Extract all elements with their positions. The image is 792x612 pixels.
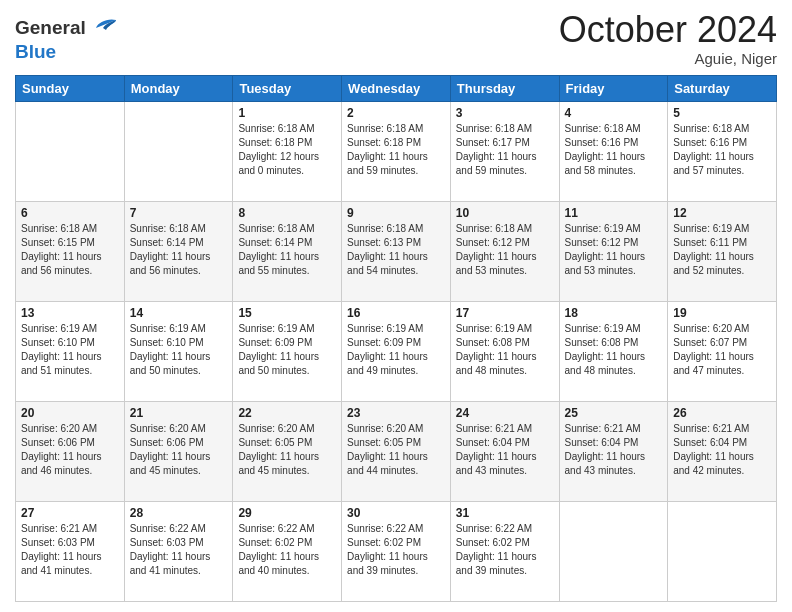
calendar-cell: 22Sunrise: 6:20 AM Sunset: 6:05 PM Dayli… — [233, 401, 342, 501]
week-row-3: 13Sunrise: 6:19 AM Sunset: 6:10 PM Dayli… — [16, 301, 777, 401]
day-number: 14 — [130, 306, 228, 320]
day-info: Sunrise: 6:20 AM Sunset: 6:07 PM Dayligh… — [673, 322, 771, 378]
calendar-cell: 6Sunrise: 6:18 AM Sunset: 6:15 PM Daylig… — [16, 201, 125, 301]
calendar-cell: 9Sunrise: 6:18 AM Sunset: 6:13 PM Daylig… — [342, 201, 451, 301]
weekday-header-monday: Monday — [124, 75, 233, 101]
calendar-cell: 29Sunrise: 6:22 AM Sunset: 6:02 PM Dayli… — [233, 501, 342, 601]
week-row-1: 1Sunrise: 6:18 AM Sunset: 6:18 PM Daylig… — [16, 101, 777, 201]
day-number: 1 — [238, 106, 336, 120]
page: General Blue October 2024 Aguie, Niger S… — [0, 0, 792, 612]
day-number: 10 — [456, 206, 554, 220]
day-number: 5 — [673, 106, 771, 120]
day-number: 15 — [238, 306, 336, 320]
calendar-cell: 5Sunrise: 6:18 AM Sunset: 6:16 PM Daylig… — [668, 101, 777, 201]
day-info: Sunrise: 6:21 AM Sunset: 6:04 PM Dayligh… — [565, 422, 663, 478]
day-number: 28 — [130, 506, 228, 520]
calendar-cell: 13Sunrise: 6:19 AM Sunset: 6:10 PM Dayli… — [16, 301, 125, 401]
calendar-cell: 16Sunrise: 6:19 AM Sunset: 6:09 PM Dayli… — [342, 301, 451, 401]
day-number: 12 — [673, 206, 771, 220]
day-info: Sunrise: 6:19 AM Sunset: 6:10 PM Dayligh… — [21, 322, 119, 378]
weekday-header-row: SundayMondayTuesdayWednesdayThursdayFrid… — [16, 75, 777, 101]
day-info: Sunrise: 6:19 AM Sunset: 6:09 PM Dayligh… — [238, 322, 336, 378]
day-number: 3 — [456, 106, 554, 120]
day-info: Sunrise: 6:18 AM Sunset: 6:13 PM Dayligh… — [347, 222, 445, 278]
calendar-cell: 11Sunrise: 6:19 AM Sunset: 6:12 PM Dayli… — [559, 201, 668, 301]
day-info: Sunrise: 6:18 AM Sunset: 6:12 PM Dayligh… — [456, 222, 554, 278]
day-number: 23 — [347, 406, 445, 420]
calendar-cell — [668, 501, 777, 601]
day-info: Sunrise: 6:21 AM Sunset: 6:03 PM Dayligh… — [21, 522, 119, 578]
day-number: 22 — [238, 406, 336, 420]
calendar-cell: 26Sunrise: 6:21 AM Sunset: 6:04 PM Dayli… — [668, 401, 777, 501]
calendar-cell: 20Sunrise: 6:20 AM Sunset: 6:06 PM Dayli… — [16, 401, 125, 501]
calendar-cell: 19Sunrise: 6:20 AM Sunset: 6:07 PM Dayli… — [668, 301, 777, 401]
calendar-cell: 8Sunrise: 6:18 AM Sunset: 6:14 PM Daylig… — [233, 201, 342, 301]
day-info: Sunrise: 6:20 AM Sunset: 6:05 PM Dayligh… — [347, 422, 445, 478]
day-number: 11 — [565, 206, 663, 220]
day-info: Sunrise: 6:22 AM Sunset: 6:02 PM Dayligh… — [456, 522, 554, 578]
day-info: Sunrise: 6:20 AM Sunset: 6:06 PM Dayligh… — [21, 422, 119, 478]
week-row-2: 6Sunrise: 6:18 AM Sunset: 6:15 PM Daylig… — [16, 201, 777, 301]
day-number: 21 — [130, 406, 228, 420]
calendar-cell: 30Sunrise: 6:22 AM Sunset: 6:02 PM Dayli… — [342, 501, 451, 601]
calendar-cell: 3Sunrise: 6:18 AM Sunset: 6:17 PM Daylig… — [450, 101, 559, 201]
day-info: Sunrise: 6:18 AM Sunset: 6:16 PM Dayligh… — [673, 122, 771, 178]
calendar-cell — [559, 501, 668, 601]
day-info: Sunrise: 6:18 AM Sunset: 6:14 PM Dayligh… — [238, 222, 336, 278]
weekday-header-saturday: Saturday — [668, 75, 777, 101]
day-info: Sunrise: 6:18 AM Sunset: 6:18 PM Dayligh… — [238, 122, 336, 178]
calendar-cell: 28Sunrise: 6:22 AM Sunset: 6:03 PM Dayli… — [124, 501, 233, 601]
day-number: 29 — [238, 506, 336, 520]
calendar-cell — [16, 101, 125, 201]
day-number: 24 — [456, 406, 554, 420]
day-info: Sunrise: 6:20 AM Sunset: 6:05 PM Dayligh… — [238, 422, 336, 478]
month-title: October 2024 — [559, 10, 777, 50]
calendar-cell: 17Sunrise: 6:19 AM Sunset: 6:08 PM Dayli… — [450, 301, 559, 401]
day-number: 30 — [347, 506, 445, 520]
calendar-cell: 15Sunrise: 6:19 AM Sunset: 6:09 PM Dayli… — [233, 301, 342, 401]
day-info: Sunrise: 6:18 AM Sunset: 6:18 PM Dayligh… — [347, 122, 445, 178]
calendar-cell: 2Sunrise: 6:18 AM Sunset: 6:18 PM Daylig… — [342, 101, 451, 201]
weekday-header-tuesday: Tuesday — [233, 75, 342, 101]
day-number: 7 — [130, 206, 228, 220]
day-info: Sunrise: 6:18 AM Sunset: 6:16 PM Dayligh… — [565, 122, 663, 178]
weekday-header-thursday: Thursday — [450, 75, 559, 101]
day-info: Sunrise: 6:21 AM Sunset: 6:04 PM Dayligh… — [673, 422, 771, 478]
day-info: Sunrise: 6:19 AM Sunset: 6:12 PM Dayligh… — [565, 222, 663, 278]
day-info: Sunrise: 6:19 AM Sunset: 6:11 PM Dayligh… — [673, 222, 771, 278]
week-row-5: 27Sunrise: 6:21 AM Sunset: 6:03 PM Dayli… — [16, 501, 777, 601]
day-number: 9 — [347, 206, 445, 220]
day-info: Sunrise: 6:19 AM Sunset: 6:08 PM Dayligh… — [456, 322, 554, 378]
calendar-table: SundayMondayTuesdayWednesdayThursdayFrid… — [15, 75, 777, 602]
calendar-cell: 12Sunrise: 6:19 AM Sunset: 6:11 PM Dayli… — [668, 201, 777, 301]
day-info: Sunrise: 6:21 AM Sunset: 6:04 PM Dayligh… — [456, 422, 554, 478]
calendar-cell: 25Sunrise: 6:21 AM Sunset: 6:04 PM Dayli… — [559, 401, 668, 501]
calendar-cell: 7Sunrise: 6:18 AM Sunset: 6:14 PM Daylig… — [124, 201, 233, 301]
calendar-cell: 4Sunrise: 6:18 AM Sunset: 6:16 PM Daylig… — [559, 101, 668, 201]
day-info: Sunrise: 6:20 AM Sunset: 6:06 PM Dayligh… — [130, 422, 228, 478]
day-number: 26 — [673, 406, 771, 420]
day-number: 19 — [673, 306, 771, 320]
day-info: Sunrise: 6:22 AM Sunset: 6:02 PM Dayligh… — [347, 522, 445, 578]
week-row-4: 20Sunrise: 6:20 AM Sunset: 6:06 PM Dayli… — [16, 401, 777, 501]
day-number: 4 — [565, 106, 663, 120]
day-info: Sunrise: 6:22 AM Sunset: 6:03 PM Dayligh… — [130, 522, 228, 578]
day-number: 27 — [21, 506, 119, 520]
day-number: 13 — [21, 306, 119, 320]
logo-blue: Blue — [15, 42, 118, 63]
calendar-cell: 1Sunrise: 6:18 AM Sunset: 6:18 PM Daylig… — [233, 101, 342, 201]
day-number: 6 — [21, 206, 119, 220]
calendar-cell: 14Sunrise: 6:19 AM Sunset: 6:10 PM Dayli… — [124, 301, 233, 401]
day-number: 25 — [565, 406, 663, 420]
day-info: Sunrise: 6:18 AM Sunset: 6:14 PM Dayligh… — [130, 222, 228, 278]
calendar-cell: 24Sunrise: 6:21 AM Sunset: 6:04 PM Dayli… — [450, 401, 559, 501]
logo-general: General — [15, 18, 86, 39]
title-block: October 2024 Aguie, Niger — [559, 10, 777, 67]
weekday-header-wednesday: Wednesday — [342, 75, 451, 101]
logo-bird-icon — [88, 14, 118, 42]
calendar-cell: 23Sunrise: 6:20 AM Sunset: 6:05 PM Dayli… — [342, 401, 451, 501]
header: General Blue October 2024 Aguie, Niger — [15, 10, 777, 67]
calendar-cell — [124, 101, 233, 201]
calendar-cell: 31Sunrise: 6:22 AM Sunset: 6:02 PM Dayli… — [450, 501, 559, 601]
day-number: 16 — [347, 306, 445, 320]
